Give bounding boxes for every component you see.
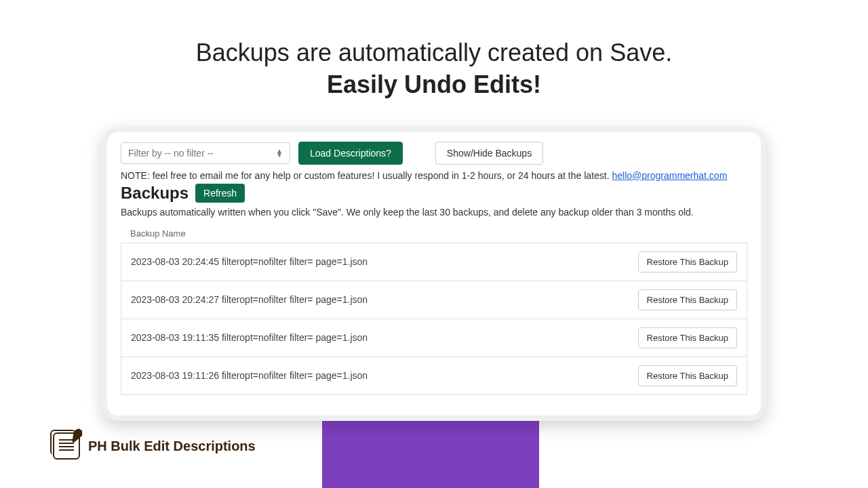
load-descriptions-button[interactable]: Load Descriptions? [298, 142, 403, 165]
table-row: 2023-08-03 20:24:45 filteropt=nofilter f… [121, 243, 747, 281]
brand-footer: PH Bulk Edit Descriptions [53, 432, 256, 460]
filter-select-label: Filter by -- no filter -- [128, 148, 214, 159]
headline-line1: Backups are automatically created on Sav… [196, 39, 672, 66]
backup-name: 2023-08-03 19:11:35 filteropt=nofilter f… [131, 332, 368, 343]
backups-table: 2023-08-03 20:24:45 filteropt=nofilter f… [121, 243, 747, 395]
restore-button[interactable]: Restore This Backup [638, 289, 737, 310]
restore-button[interactable]: Restore This Backup [638, 327, 737, 348]
help-email-link[interactable]: hello@programmerhat.com [612, 170, 727, 181]
restore-button[interactable]: Restore This Backup [638, 251, 737, 272]
backup-name: 2023-08-03 20:24:45 filteropt=nofilter f… [131, 256, 368, 267]
toolbar: Filter by -- no filter -- ▲▼ Load Descri… [121, 142, 747, 165]
table-row: 2023-08-03 19:11:26 filteropt=nofilter f… [121, 357, 747, 395]
brand-name: PH Bulk Edit Descriptions [88, 439, 256, 454]
filter-select[interactable]: Filter by -- no filter -- ▲▼ [121, 142, 290, 164]
help-note-text: NOTE: feel free to email me for any help… [121, 170, 612, 181]
app-panel: Filter by -- no filter -- ▲▼ Load Descri… [102, 127, 766, 421]
backup-name: 2023-08-03 19:11:26 filteropt=nofilter f… [131, 370, 368, 381]
toggle-backups-button[interactable]: Show/Hide Backups [435, 142, 543, 165]
table-row: 2023-08-03 19:11:35 filteropt=nofilter f… [121, 319, 747, 357]
backups-header: Backups Refresh [121, 184, 747, 203]
backups-heading: Backups [121, 184, 189, 203]
help-note: NOTE: feel free to email me for any help… [121, 170, 747, 181]
updown-icon: ▲▼ [276, 149, 283, 157]
table-row: 2023-08-03 20:24:27 filteropt=nofilter f… [121, 281, 747, 319]
backup-name: 2023-08-03 20:24:27 filteropt=nofilter f… [131, 294, 368, 305]
page-headline: Backups are automatically created on Sav… [0, 37, 868, 101]
headline-line2: Easily Undo Edits! [327, 70, 541, 98]
restore-button[interactable]: Restore This Backup [638, 365, 737, 386]
notepad-icon [53, 432, 80, 460]
refresh-button[interactable]: Refresh [195, 184, 245, 203]
backups-description: Backups automatically written when you c… [121, 207, 747, 218]
backups-column-header: Backup Name [121, 224, 747, 243]
